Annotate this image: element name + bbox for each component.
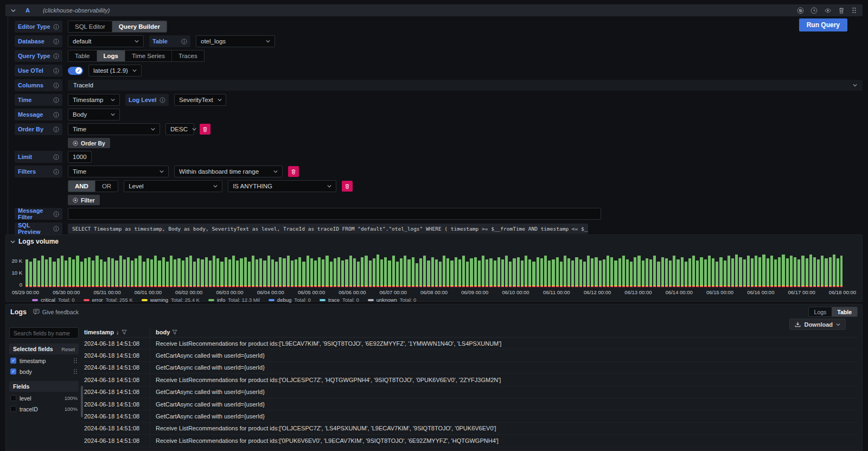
volume-bar — [310, 258, 313, 287]
volume-bar — [458, 259, 461, 287]
info-icon[interactable] — [53, 39, 59, 45]
duplicate-icon[interactable] — [797, 7, 804, 14]
filter2-field-select[interactable]: Level — [124, 180, 222, 192]
info-icon[interactable] — [159, 97, 165, 103]
info-icon[interactable] — [53, 126, 59, 132]
info-icon[interactable] — [53, 154, 59, 160]
search-fields-input[interactable] — [9, 327, 79, 339]
eye-icon[interactable] — [824, 7, 832, 14]
database-select[interactable]: default — [68, 35, 144, 47]
table-row[interactable]: 2024-06-18 14:51:08GetCartAsync called w… — [83, 398, 858, 410]
query-type-time-series[interactable]: Time Series — [125, 50, 172, 61]
query-type-traces[interactable]: Traces — [172, 50, 204, 61]
query-type-logs[interactable]: Logs — [97, 50, 125, 61]
info-icon[interactable] — [53, 82, 59, 88]
volume-bar — [571, 261, 574, 287]
table-row[interactable]: 2024-06-18 14:51:08GetCartAsync called w… — [83, 386, 858, 398]
legend-item-warning[interactable]: warningTotal: 25.4 K — [142, 297, 200, 303]
cell-timestamp: 2024-06-18 14:51:08 — [83, 377, 150, 383]
volume-bar — [821, 256, 824, 287]
filter-funnel-icon[interactable] — [122, 329, 127, 335]
give-feedback-link[interactable]: Give feedback — [33, 309, 79, 315]
remove-filter2-button[interactable] — [342, 181, 353, 192]
editor-type-query-builder[interactable]: Query Builder — [112, 21, 167, 32]
cell-body: Receive ListRecommendations for product … — [150, 338, 858, 349]
columns-multiselect[interactable]: TraceId — [68, 80, 863, 91]
filter2-value-select[interactable]: IS ANYTHING — [228, 180, 336, 192]
add-order-by-button[interactable]: Order By — [68, 138, 110, 148]
chevron-down-icon — [135, 39, 139, 43]
legend-item-unknown[interactable]: unknownTotal: 0 — [368, 297, 417, 303]
trash-icon[interactable] — [838, 7, 845, 14]
table-row[interactable]: 2024-06-18 14:51:08GetCartAsync called w… — [83, 410, 858, 422]
checkbox-checked[interactable]: ✓ — [10, 369, 16, 374]
table-row[interactable]: 2024-06-18 14:51:08Receive ListRecommend… — [83, 338, 858, 350]
legend-marker — [32, 299, 38, 301]
view-toggle-table[interactable]: Table — [832, 307, 857, 316]
add-filter-button[interactable]: Filter — [68, 195, 100, 205]
log-level-select[interactable]: SeverityText — [174, 94, 226, 106]
limit-input[interactable]: 1000 — [68, 151, 92, 163]
legend-item-trace[interactable]: traceTotal: 0 — [320, 297, 359, 303]
info-icon[interactable] — [53, 53, 59, 59]
otel-version-select[interactable]: latest (1.2.9) — [88, 65, 142, 77]
table-row[interactable]: 2024-06-18 14:51:08GetCartAsync called w… — [83, 350, 858, 361]
cell-body: Receive ListRecommendations for product … — [150, 435, 858, 446]
selected-fields-list: ✓timestamp✓body — [9, 356, 79, 376]
history-icon[interactable] — [810, 7, 818, 14]
volume-bar — [302, 262, 305, 287]
drag-handle-icon[interactable] — [851, 7, 857, 14]
info-icon[interactable] — [53, 169, 59, 175]
legend-item-error[interactable]: errorTotal: 255 K — [84, 297, 133, 303]
info-icon[interactable] — [53, 97, 59, 103]
info-icon[interactable] — [53, 68, 59, 74]
reset-button[interactable]: Reset — [61, 346, 75, 352]
message-filter-input[interactable] — [68, 208, 601, 220]
legend-item-info[interactable]: infoTotal: 12.3 Mil — [208, 297, 260, 303]
info-icon[interactable] — [53, 226, 59, 232]
table-select[interactable]: otel_logs — [196, 35, 275, 47]
message-column-select[interactable]: Body — [68, 109, 120, 120]
legend-item-critical[interactable]: criticalTotal: 0 — [32, 297, 75, 303]
order-by-field-select[interactable]: Time — [68, 123, 160, 135]
info-icon[interactable] — [53, 24, 59, 30]
sort-desc-icon[interactable]: ↓ — [116, 329, 119, 335]
legend-item-debug[interactable]: debugTotal: 0 — [269, 297, 311, 303]
chevron-down-icon[interactable] — [10, 239, 15, 244]
info-icon[interactable] — [181, 39, 187, 45]
remove-filter1-button[interactable] — [288, 166, 299, 177]
table-row[interactable]: 2024-06-18 14:51:08Receive ListRecommend… — [83, 423, 858, 435]
volume-bar — [790, 256, 793, 287]
time-column-select[interactable]: Timestamp — [68, 94, 120, 106]
operator-or[interactable]: OR — [95, 181, 118, 192]
filter1-field-select[interactable]: Time — [68, 166, 169, 177]
view-toggle-logs[interactable]: Logs — [809, 307, 832, 316]
operator-and[interactable]: AND — [68, 181, 95, 192]
order-by-direction-select[interactable]: DESC — [165, 123, 194, 135]
chart-plot-area[interactable]: 20 K 10 K 0 — [25, 253, 843, 287]
remove-order-by-button[interactable] — [200, 124, 210, 135]
timestamp-column-header[interactable]: timestamp — [84, 329, 114, 335]
body-column-header[interactable]: body — [156, 329, 170, 335]
table-row[interactable]: 2024-06-18 14:51:08Receive ListRecommend… — [83, 374, 858, 386]
checkbox-checked[interactable]: ✓ — [10, 358, 16, 364]
drag-handle-icon[interactable] — [73, 358, 78, 364]
use-otel-toggle[interactable]: ✓ — [68, 67, 83, 75]
checkbox-unchecked[interactable] — [10, 406, 16, 412]
table-row[interactable]: 2024-06-18 14:51:08Receive ListRecommend… — [83, 435, 858, 447]
fields-header: Fields — [13, 383, 29, 390]
filter1-value-select[interactable]: Within dashboard time range — [174, 166, 283, 177]
info-icon[interactable] — [53, 211, 59, 217]
drag-handle-icon[interactable] — [73, 369, 78, 374]
filter-funnel-icon[interactable] — [172, 329, 177, 335]
volume-bar — [295, 259, 297, 287]
query-row-header[interactable]: A (clickhouse-observability) — [5, 4, 863, 16]
info-icon[interactable] — [53, 112, 59, 118]
table-row[interactable]: 2024-06-18 14:51:08GetCartAsync called w… — [83, 362, 858, 374]
chevron-down-icon[interactable] — [11, 8, 16, 13]
query-type-table[interactable]: Table — [68, 50, 97, 61]
editor-type-sql-editor[interactable]: SQL Editor — [68, 21, 112, 32]
legend-marker — [368, 299, 374, 301]
run-query-button[interactable]: Run Query — [799, 18, 847, 31]
checkbox-unchecked[interactable] — [10, 395, 16, 401]
